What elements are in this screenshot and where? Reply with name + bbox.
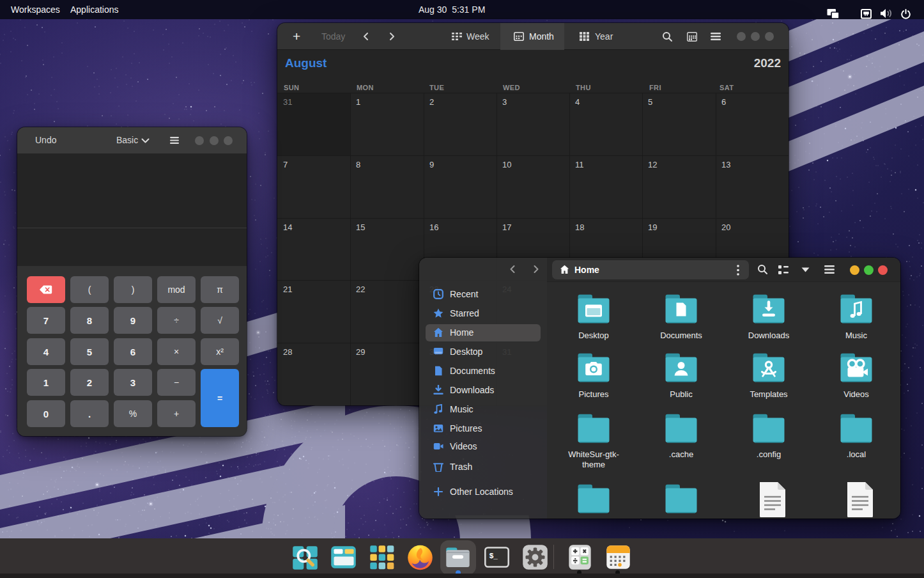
svg-text:$_: $_: [489, 551, 498, 559]
